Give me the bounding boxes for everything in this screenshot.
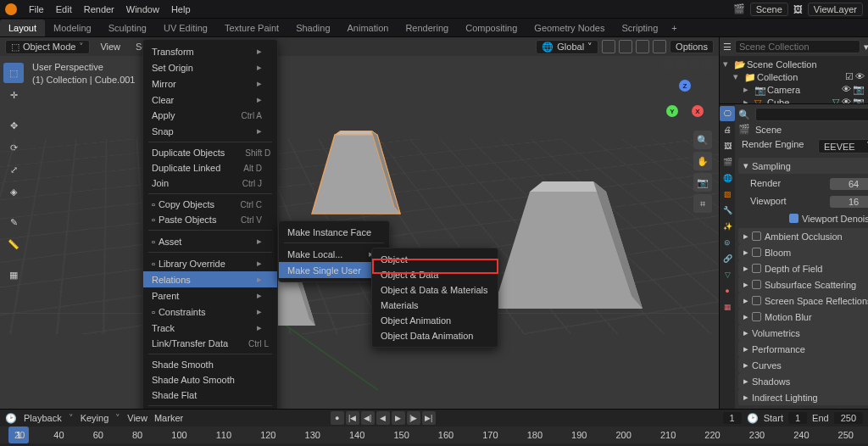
ws-uv-editing[interactable]: UV Editing [155,20,216,36]
ws-modeling[interactable]: Modeling [45,20,100,36]
timeline-panel[interactable]: 🕑 Playback ˅ Keying ˅ View Marker ● |◀ ◀… [0,409,868,446]
tl-menu-marker[interactable]: Marker [154,413,183,423]
mi-paste-objects[interactable]: ▫Paste ObjectsCtrl V [143,212,277,227]
panel-performance[interactable]: ▸Performance [738,341,868,357]
mi-transform[interactable]: Transform▸ [143,43,277,59]
mi-clear[interactable]: Clear▸ [143,92,277,108]
add-workspace-button[interactable]: + [666,21,682,35]
mi-object-data-animation[interactable]: Object Data Animation [372,328,498,343]
keyframe-next-icon[interactable]: |▶ [407,411,420,425]
current-frame-field[interactable]: 1 [723,412,742,424]
panel-subsurface-scattering[interactable]: ▸Subsurface Scattering [738,276,868,293]
ws-rendering[interactable]: Rendering [397,20,457,36]
gizmo-z-icon[interactable]: Z [679,80,691,92]
menu-window[interactable]: Window [121,3,164,16]
search-icon[interactable]: 🔍 [738,109,750,120]
viewport-samples-value[interactable]: 16 [830,196,868,208]
play-reverse-icon[interactable]: ◀ [376,411,390,425]
panel-depth-of-field[interactable]: ▸Depth of Field [738,260,868,276]
start-frame-field[interactable]: 1 [788,412,807,424]
tl-menu-playback[interactable]: Playback [24,413,62,423]
preview-range-icon[interactable]: 🕑 [747,413,759,424]
scene-tab-icon[interactable]: 🎬 [720,154,735,170]
ws-sculpting[interactable]: Sculpting [100,20,155,36]
ws-compositing[interactable]: Compositing [457,20,526,36]
viewlayer-tab-icon[interactable]: 🖼 [720,138,735,153]
move-tool[interactable]: ✥ [3,115,24,136]
mi-shade-flat[interactable]: Shade Flat [143,387,277,403]
hi-1[interactable] [664,59,674,70]
options-dropdown[interactable]: Options [670,40,714,53]
zoom-icon[interactable]: 🔍 [693,131,712,149]
panel-shadows[interactable]: ▸Shadows [738,373,868,389]
tl-menu-keying[interactable]: Keying [81,413,109,423]
mode-selector[interactable]: ⬚Object Mode ˅ [5,40,90,54]
mi-library-override[interactable]: ▫Library Override▸ [143,255,277,271]
ws-shading[interactable]: Shading [287,20,338,36]
mi-track[interactable]: Track▸ [143,320,277,336]
panel-curves[interactable]: ▸Curves [738,357,868,373]
mi-make-instance-face[interactable]: Make Instance Face [279,225,389,240]
outliner-editor-icon[interactable]: ☰ [723,42,732,53]
mi-object-data-materials[interactable]: Object & Data & Materials [372,282,498,298]
menu-file[interactable]: File [24,3,49,16]
menu-help[interactable]: Help [166,3,196,16]
viewlayer-name-field[interactable]: ViewLayer [808,3,863,16]
vp-menu-view[interactable]: View [95,40,125,53]
overlay-toggle-icon[interactable] [636,40,649,53]
mi-join[interactable]: JoinCtrl J [143,176,277,191]
panel-indirect-lighting[interactable]: ▸Indirect Lighting [738,389,868,405]
hi-2[interactable] [676,59,687,70]
property-search-field[interactable] [755,108,868,121]
play-icon[interactable]: ▶ [392,411,405,425]
object-tab-icon[interactable]: ▨ [720,187,735,202]
ws-layout[interactable]: Layout [0,20,45,36]
menu-render[interactable]: Render [79,3,120,16]
sampling-panel-header[interactable]: ▾Sampling [738,158,868,174]
end-frame-field[interactable]: 250 [834,412,863,424]
panel-screen-space-reflections[interactable]: ▸Screen Space Reflections [738,293,868,309]
cursor-tool[interactable]: ✛ [3,85,24,105]
mi-materials[interactable]: Materials [372,298,498,313]
constraint-tab-icon[interactable]: 🔗 [720,251,735,266]
mi-shade-smooth[interactable]: Shade Smooth [143,357,277,372]
render-tab-icon[interactable]: 🖵 [720,106,735,121]
mi-object-animation[interactable]: Object Animation [372,313,498,328]
mesh-cube-002[interactable] [483,181,653,351]
tree-scene-collection[interactable]: ▾📂Scene Collection [720,58,868,70]
panel-volumetrics[interactable]: ▸Volumetrics [738,325,868,341]
render-samples-value[interactable]: 64 [830,178,868,190]
texture-tab-icon[interactable]: ▦ [720,299,735,315]
single-user-submenu[interactable]: ObjectObject & DataObject & Data & Mater… [371,248,498,348]
world-tab-icon[interactable]: 🌐 [720,170,735,186]
nav-gizmo[interactable]: Z Y X [666,80,709,122]
filter-icon[interactable]: ▾ [864,42,868,53]
outliner-tree[interactable]: ▾📂Scene Collection▾📁Collection☑👁▸📷Camera… [720,56,868,103]
gizmo-y-icon[interactable]: Y [666,105,678,117]
tree-collection[interactable]: ▾📁Collection☑👁 [720,70,868,83]
tree-cube[interactable]: ▸▽Cube▽👁📷 [720,96,868,103]
select-box-tool[interactable]: ⬚ [3,63,24,83]
camera-view-icon[interactable]: 📷 [693,173,712,192]
viewport-3d[interactable]: ⬚Object Mode ˅ View Select Add Object 🌐 … [0,37,719,409]
jump-start-icon[interactable]: |◀ [346,411,359,425]
menu-edit[interactable]: Edit [51,3,77,16]
jump-end-icon[interactable]: ▶| [422,411,436,425]
mi-apply[interactable]: ApplyCtrl A [143,108,277,123]
gizmo-x-icon[interactable]: X [692,105,704,117]
tl-menu-view[interactable]: View [127,413,147,423]
output-tab-icon[interactable]: 🖨 [720,122,735,137]
outliner-filter-field[interactable] [735,40,860,53]
mi-relations[interactable]: Relations▸ [143,271,277,287]
mi-parent[interactable]: Parent▸ [143,287,277,304]
orientation-selector[interactable]: 🌐 Global ˅ [536,40,598,54]
panel-bloom[interactable]: ▸Bloom [738,244,868,260]
mi-link-transfer-data[interactable]: Link/Transfer DataCtrl L [143,336,277,351]
xray-toggle-icon[interactable] [653,40,666,53]
particles-tab-icon[interactable]: ✨ [720,219,735,234]
keyframe-prev-icon[interactable]: ◀| [361,411,375,425]
material-tab-icon[interactable]: ● [720,283,735,298]
autokey-icon[interactable]: ● [331,411,344,425]
mi-copy-objects[interactable]: ▫Copy ObjectsCtrl C [143,197,277,212]
mi-mirror[interactable]: Mirror▸ [143,75,277,92]
